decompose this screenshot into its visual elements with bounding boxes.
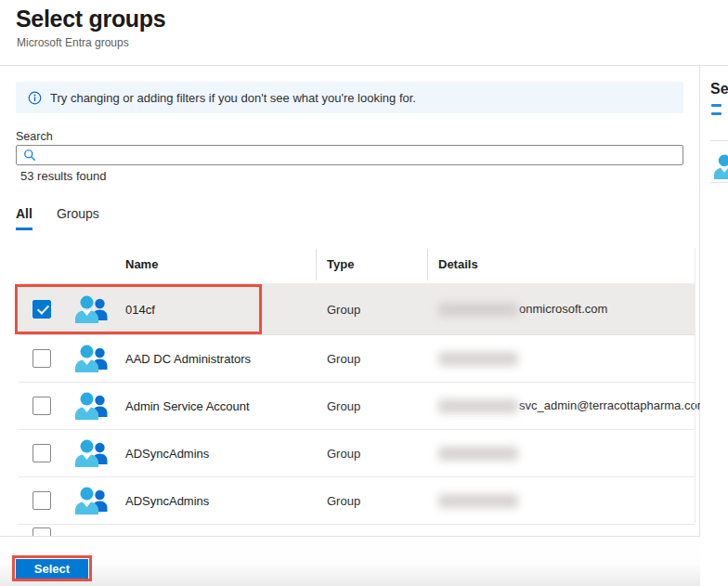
row-checkbox[interactable]: [32, 300, 51, 319]
row-checkbox[interactable]: [32, 397, 51, 415]
redacted-blob: [438, 303, 518, 317]
groups-table: Name Type Details 014cf Group onmicrosof…: [19, 246, 696, 536]
redacted-blob: [438, 399, 518, 413]
search-label: Search: [16, 130, 53, 143]
row-details: [438, 351, 519, 366]
row-checkbox[interactable]: [32, 444, 51, 462]
table-row[interactable]: ADSyncAdmins Group: [19, 477, 696, 525]
filter-tabs: All Groups: [16, 206, 99, 230]
table-row[interactable]: Admin Service Account Group svc_admin@te…: [19, 383, 696, 430]
info-icon: [28, 91, 42, 105]
panel-item-divider: [710, 140, 728, 141]
info-banner: Try changing or adding filters if you do…: [16, 82, 683, 113]
column-separator: [316, 249, 317, 280]
row-details: onmicrosoft.com: [438, 301, 607, 316]
search-input[interactable]: [42, 147, 682, 163]
column-header-type: Type: [327, 246, 354, 283]
column-separator: [427, 249, 428, 280]
row-checkbox[interactable]: [32, 349, 51, 368]
select-button[interactable]: Select: [16, 559, 88, 579]
table-body: 014cf Group onmicrosoft.com AAD DC Admin…: [19, 283, 696, 525]
redacted-blob: [438, 352, 518, 366]
search-box: [16, 145, 683, 165]
search-icon: [23, 149, 36, 162]
table-edge-line: [695, 248, 696, 523]
column-header-name: Name: [125, 246, 158, 283]
panel-item-divider: [710, 182, 728, 183]
row-details: [438, 446, 519, 461]
group-people-icon: [74, 344, 110, 373]
redacted-blob: [438, 447, 518, 461]
row-type: Group: [327, 399, 360, 413]
row-type: Group: [327, 494, 360, 508]
redacted-blob: [438, 494, 518, 508]
tab-all[interactable]: All: [16, 206, 32, 230]
row-name: AAD DC Administrators: [125, 352, 251, 366]
footer-bar: [0, 536, 728, 586]
row-details: [438, 493, 519, 508]
table-header: Name Type Details: [19, 246, 696, 283]
banner-text: Try changing or adding filters if you do…: [50, 91, 416, 105]
row-type: Group: [327, 352, 360, 366]
row-checkbox[interactable]: [32, 491, 51, 510]
selected-items-panel: Selected items: [700, 66, 728, 586]
selected-items-title: Selected items: [710, 81, 728, 98]
row-type: Group: [327, 302, 360, 316]
column-header-details: Details: [438, 246, 478, 283]
row-name: ADSyncAdmins: [125, 494, 209, 508]
row-details: svc_admin@terracottapharma.com: [438, 398, 708, 413]
table-row[interactable]: ADSyncAdmins Group: [19, 430, 696, 477]
table-row[interactable]: 014cf Group onmicrosoft.com: [19, 283, 696, 335]
row-checkbox[interactable]: [32, 527, 51, 536]
table-row-partial[interactable]: [19, 525, 696, 536]
group-people-icon: [74, 486, 110, 515]
row-type: Group: [327, 447, 360, 461]
header-divider: [0, 65, 728, 66]
row-name: ADSyncAdmins: [125, 447, 209, 461]
page-subtitle: Microsoft Entra groups: [17, 36, 129, 49]
table-row[interactable]: AAD DC Administrators Group: [19, 335, 696, 383]
page-title: Select groups: [16, 6, 165, 33]
row-details-text: onmicrosoft.com: [519, 301, 607, 315]
results-count: 53 results found: [20, 169, 107, 183]
selected-items-truncated-link[interactable]: [711, 104, 722, 121]
group-people-icon: [74, 438, 110, 468]
row-details-text: svc_admin@terracottapharma.com: [519, 398, 708, 412]
row-name: 014cf: [125, 302, 155, 316]
group-people-icon: [74, 294, 110, 324]
group-people-icon: [74, 391, 110, 421]
row-name: Admin Service Account: [125, 399, 250, 413]
group-people-icon: [713, 153, 728, 180]
tab-groups[interactable]: Groups: [57, 206, 99, 230]
select-groups-pane: Select groups Microsoft Entra groups Try…: [0, 0, 728, 586]
